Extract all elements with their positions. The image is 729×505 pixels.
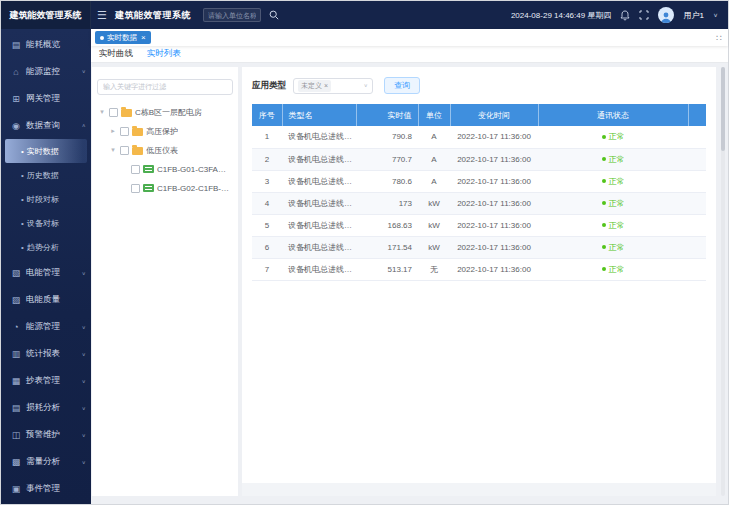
status-dot-icon xyxy=(602,267,606,271)
row-index: 7 xyxy=(252,258,282,280)
sidebar-item-label: 能源管理 xyxy=(26,321,60,333)
submenu-item-label: 趋势分析 xyxy=(27,242,59,253)
search-icon[interactable] xyxy=(269,10,279,20)
table-row[interactable]: 7设备机电总进线数显表总有功功率513.17无2022-10-17 11:36:… xyxy=(252,258,706,280)
tree-checkbox[interactable] xyxy=(131,165,140,174)
sidebar-item-trend-analysis[interactable]: •趋势分析 xyxy=(5,235,87,259)
row-spacer xyxy=(688,192,706,214)
tree-node-label: 高压保护 xyxy=(146,126,178,137)
expand-arrow-icon[interactable]: ▸ xyxy=(109,127,117,135)
collapse-arrow-icon[interactable]: ▾ xyxy=(109,146,117,154)
row-spacer xyxy=(688,214,706,236)
fullscreen-icon[interactable] xyxy=(639,10,649,20)
tree-node[interactable]: ▾C栋B区一层配电房 xyxy=(97,103,233,122)
row-index: 3 xyxy=(252,170,282,192)
sidebar-item-period-benchmark[interactable]: •时段对标 xyxy=(5,187,87,211)
sidebar-item-realtime-data[interactable]: •实时数据 xyxy=(5,139,87,163)
type-name: 设备机电总进线数显表A相有功功率 xyxy=(282,192,356,214)
row-spacer xyxy=(688,258,706,280)
table-row[interactable]: 5设备机电总进线数显表B相有功功率168.63kW2022-10-17 11:3… xyxy=(252,214,706,236)
comm-status-cell: 正常 xyxy=(538,214,688,236)
sidebar-item-power-quality[interactable]: ▨电能质量 xyxy=(1,286,91,313)
column-header: 变化时间 xyxy=(450,104,538,126)
sidebar-item-energy-overview[interactable]: ▤能耗概览 xyxy=(1,31,91,58)
query-button[interactable]: 查询 xyxy=(384,77,420,94)
sidebar-item-energy-mgmt[interactable]: ◔能源管理∨ xyxy=(1,313,91,340)
main-panel: 应用类型 未定义 × ∨ 查询 序号类型名实时值单位变化时间通讯状态 1设备机 xyxy=(242,67,716,496)
app-type-select[interactable]: 未定义 × ∨ xyxy=(293,78,373,94)
unit-search-input[interactable] xyxy=(203,8,261,22)
table-row[interactable]: 4设备机电总进线数显表A相有功功率173kW2022-10-17 11:36:0… xyxy=(252,192,706,214)
tag-clear-icon[interactable]: × xyxy=(324,82,328,89)
realtime-value: 171.54 xyxy=(356,236,418,258)
column-header-spacer xyxy=(688,104,706,126)
sidebar-item-stats-report[interactable]: ▥统计报表∨ xyxy=(1,340,91,367)
tree-checkbox[interactable] xyxy=(109,108,118,117)
sidebar-item-loss-analysis[interactable]: ▤损耗分析∨ xyxy=(1,394,91,421)
chevron-icon: ∨ xyxy=(82,432,86,438)
sidebar-item-history-data[interactable]: •历史数据 xyxy=(5,163,87,187)
menu-collapse-icon[interactable]: ☰ xyxy=(97,9,107,22)
realtime-value: 173 xyxy=(356,192,418,214)
tree-filter-input[interactable] xyxy=(97,79,233,95)
status-badge: 正常 xyxy=(602,220,625,231)
realtime-table: 序号类型名实时值单位变化时间通讯状态 1设备机电总进线数显表A相电流790.8A… xyxy=(252,104,706,281)
tree-node-label: C栋B区一层配电房 xyxy=(135,107,202,118)
table-row[interactable]: 1设备机电总进线数显表A相电流790.8A2022-10-17 11:36:00… xyxy=(252,126,706,148)
select-chevron-icon: ∨ xyxy=(364,83,368,89)
tree-checkbox[interactable] xyxy=(120,146,129,155)
tree-node[interactable]: C1FB-G01-C3FA出线柜 xyxy=(97,160,233,179)
tree-checkbox[interactable] xyxy=(131,184,140,193)
sidebar-item-demand-analysis[interactable]: ▩需量分析∨ xyxy=(1,448,91,475)
tab-list-icon[interactable]: ∷ xyxy=(716,33,722,43)
unit: kW xyxy=(418,192,450,214)
table-row[interactable]: 2设备机电总进线数显表B相电流770.7A2022-10-17 11:36:00… xyxy=(252,148,706,170)
type-name: 设备机电总进线数显表B相电流 xyxy=(282,148,356,170)
tab-bar: 实时数据 × ∷ xyxy=(91,29,728,46)
chevron-icon: ∨ xyxy=(82,324,86,330)
user-avatar[interactable] xyxy=(658,7,674,23)
chevron-icon: ∨ xyxy=(82,351,86,357)
sidebar-menu: ▤能耗概览⌂能源监控∨⊞网关管理◉数据查询∧•实时数据•历史数据•时段对标•设备… xyxy=(1,31,91,502)
column-header: 通讯状态 xyxy=(538,104,688,126)
status-badge: 正常 xyxy=(602,242,625,253)
user-menu-chevron-icon[interactable]: ∨ xyxy=(713,12,718,18)
scrollbar-thumb[interactable] xyxy=(721,67,725,151)
unit: A xyxy=(418,126,450,148)
notification-bell-icon[interactable] xyxy=(620,10,630,21)
sidebar-item-device-benchmark[interactable]: •设备对标 xyxy=(5,211,87,235)
sidebar-item-label: 电能质量 xyxy=(26,294,60,306)
app-type-label: 应用类型 xyxy=(252,80,286,92)
sidebar-item-power-mgmt[interactable]: ▧电能管理∨ xyxy=(1,259,91,286)
sidebar-item-alert-maintenance[interactable]: ◫预警维护∨ xyxy=(1,421,91,448)
sidebar-item-energy-monitor[interactable]: ⌂能源监控∨ xyxy=(1,58,91,85)
change-time: 2022-10-17 11:36:00 xyxy=(450,192,538,214)
unit: 无 xyxy=(418,258,450,280)
device-icon xyxy=(143,184,154,192)
table-row[interactable]: 6设备机电总进线数显表C相有功功率171.54kW2022-10-17 11:3… xyxy=(252,236,706,258)
sidebar-item-label: 需量分析 xyxy=(26,456,60,468)
table-row[interactable]: 3设备机电总进线数显表C相电流780.6A2022-10-17 11:36:00… xyxy=(252,170,706,192)
sidebar-item-event-mgmt[interactable]: ▣事件管理 xyxy=(1,475,91,502)
tree-node[interactable]: ▾低压仪表 xyxy=(97,141,233,160)
subtab-realtime-curve[interactable]: 实时曲线 xyxy=(99,48,133,60)
bullet-icon: • xyxy=(21,171,24,180)
change-time: 2022-10-17 11:36:00 xyxy=(450,236,538,258)
alert-monitor-icon: ◫ xyxy=(10,430,22,440)
building-icon: ⌂ xyxy=(10,67,22,77)
sidebar-item-data-query[interactable]: ◉数据查询∧ xyxy=(1,112,91,139)
tree-checkbox[interactable] xyxy=(120,127,129,136)
sidebar-item-meter-reading[interactable]: ▦抄表管理∨ xyxy=(1,367,91,394)
collapse-arrow-icon[interactable]: ▾ xyxy=(98,108,106,116)
subtab-realtime-list[interactable]: 实时列表 xyxy=(147,48,181,60)
tree-node[interactable]: C1FB-G02-C1FB-2#变出线 xyxy=(97,179,233,198)
tab-realtime-data[interactable]: 实时数据 × xyxy=(95,31,151,44)
sidebar-item-gateway-mgmt[interactable]: ⊞网关管理 xyxy=(1,85,91,112)
folder-icon xyxy=(132,128,143,136)
vertical-scrollbar[interactable] xyxy=(721,67,725,496)
type-name: 设备机电总进线数显表C相有功功率 xyxy=(282,236,356,258)
bullet-icon: • xyxy=(21,147,24,156)
filter-row: 应用类型 未定义 × ∨ 查询 xyxy=(252,77,706,94)
tab-close-icon[interactable]: × xyxy=(141,33,146,42)
tree-node[interactable]: ▸高压保护 xyxy=(97,122,233,141)
